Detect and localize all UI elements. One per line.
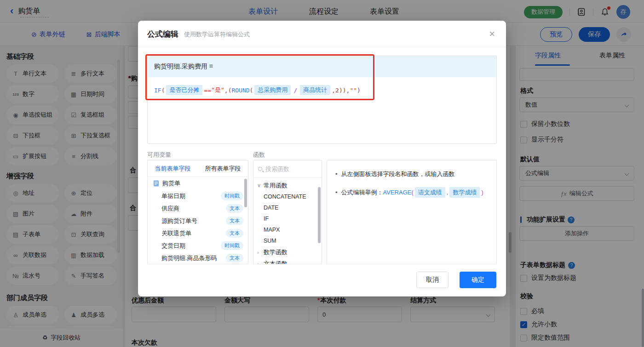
variables-label: 可用变量 [147, 151, 171, 159]
variable-item-document-date[interactable]: 单据日期时间戳 [148, 190, 248, 202]
bullet-icon: • [335, 170, 338, 179]
field-chip-total-purchase-cost[interactable]: 总采购费用 [254, 85, 291, 95]
formula-edit-dialog: 公式编辑 使用数学运算符编辑公式 × 购货明细.采购费用 = IF ( 是否已分… [138, 21, 506, 296]
formula-editor[interactable]: 购货明细.采购费用 = IF ( 是否已分摊 == "是" , ( ROUND … [147, 56, 497, 144]
formula-target: 购货明细.采购费用 = [148, 56, 496, 77]
variables-tabs: 当前表单字段 所有表单字段 [148, 160, 248, 177]
formula-token-paren: ( [250, 87, 253, 94]
search-icon [258, 167, 262, 171]
functions-panel: 搜索函数 ∨ 常用函数 CONCATENATE DATE IF MAPX SUM… [253, 160, 322, 264]
formula-token-empty-string: "" [350, 87, 357, 94]
close-icon[interactable]: × [489, 29, 495, 39]
document-icon [153, 180, 159, 187]
formula-token-round: ROUND [231, 87, 249, 94]
field-chip-is-allocated[interactable]: 是否已分摊 [166, 85, 202, 95]
variable-item-delivery-date[interactable]: 交货日期时间戳 [148, 239, 248, 252]
type-badge: 文本 [226, 254, 243, 262]
type-badge: 文本 [226, 204, 243, 213]
variable-item-source-order[interactable]: 源购货订单号文本 [148, 215, 248, 227]
formula-token-paren: ) [357, 87, 361, 94]
confirm-button[interactable]: 确定 [460, 272, 496, 288]
function-group-math[interactable]: › 数学函数 [253, 246, 322, 258]
formula-token-if: IF [154, 87, 161, 94]
formula-token-divide: / [292, 87, 299, 94]
formula-token-eq: == [204, 87, 211, 94]
variables-scrollbar[interactable] [244, 179, 247, 207]
search-placeholder: 搜索函数 [265, 165, 289, 173]
field-chip-product-count[interactable]: 商品统计 [300, 85, 330, 95]
chevron-right-icon: › [257, 250, 261, 255]
function-item-date[interactable]: DATE [253, 202, 322, 213]
function-group-text[interactable]: › 文本函数 [253, 258, 322, 264]
example-function-name: AVERAGE [383, 188, 412, 197]
tips-panel: • 从左侧面板选择字段名和函数，或输入函数 • 公式编辑举例： AVERAGE … [327, 160, 497, 264]
tab-current-form-fields[interactable]: 当前表单字段 [148, 160, 198, 176]
formula-token-string-yes: "是" [211, 86, 224, 94]
formula-token-close: ,2)), [332, 87, 350, 94]
formula-token-paren: ( [228, 87, 232, 94]
dialog-title: 公式编辑 [147, 29, 178, 40]
header-divider [138, 47, 506, 47]
function-item-concatenate[interactable]: CONCATENATE [253, 191, 322, 202]
variables-panel: 当前表单字段 所有表单字段 购货单 单据日期时间戳 供应商文本 源购货订单号文本… [147, 160, 248, 264]
function-item-mapx[interactable]: MAPX [253, 224, 322, 235]
variable-item-supplier[interactable]: 供应商文本 [148, 202, 248, 215]
example-chip-chinese-score: 语文成绩 [415, 187, 445, 198]
tree-root-form[interactable]: 购货单 [148, 177, 248, 190]
cancel-button[interactable]: 取消 [416, 272, 448, 288]
function-search-input[interactable]: 搜索函数 [253, 160, 322, 178]
formula-expression[interactable]: IF ( 是否已分摊 == "是" , ( ROUND ( 总采购费用 / 商品… [148, 77, 496, 103]
type-badge: 时间戳 [221, 192, 243, 200]
tree-root-label: 购货单 [162, 179, 180, 188]
tip-line-1: • 从左侧面板选择字段名和函数，或输入函数 [335, 170, 488, 179]
bullet-icon: • [335, 188, 338, 197]
function-item-if[interactable]: IF [253, 213, 322, 224]
formula-token-comma: , [224, 87, 228, 94]
function-item-sum[interactable]: SUM [253, 235, 322, 246]
tip-line-2: • 公式编辑举例： AVERAGE ( 语文成绩 , 数学成绩 ) [335, 187, 488, 198]
formula-token-paren: ( [161, 87, 165, 94]
chevron-right-icon: › [257, 261, 261, 265]
functions-scrollbar[interactable] [318, 187, 321, 243]
example-chip-math-score: 数学成绩 [449, 187, 480, 198]
type-badge: 文本 [226, 229, 243, 238]
variable-item-return-order[interactable]: 关联退货单文本 [148, 227, 248, 239]
functions-label: 函数 [253, 151, 265, 159]
function-group-common[interactable]: ∨ 常用函数 [253, 180, 322, 191]
type-badge: 时间戳 [221, 241, 243, 250]
app-root: ‹ 购货单 表单设计 流程设定 表单设置 数据管理 存 ⊘ [0, 0, 644, 347]
tab-all-form-fields[interactable]: 所有表单字段 [198, 160, 248, 176]
dialog-subtitle: 使用数学运算符编辑公式 [184, 30, 250, 39]
chevron-down-icon: ∨ [257, 182, 261, 188]
variable-item-barcode[interactable]: 购货明细.商品条形码文本 [148, 252, 248, 264]
type-badge: 文本 [226, 216, 243, 225]
